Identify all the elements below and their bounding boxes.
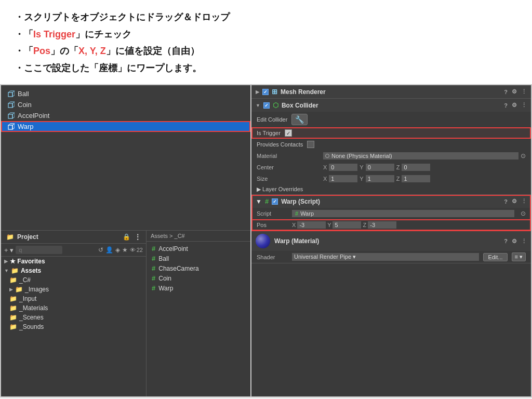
edit-collider-button[interactable]: 🔧 <box>291 114 308 125</box>
size-label: Size <box>257 176 319 182</box>
box-collider-question[interactable]: ? <box>504 102 508 109</box>
images-label: _Images <box>25 286 49 293</box>
accelpoint-cube-icon <box>7 112 15 119</box>
asset-item-ball[interactable]: # Ball <box>147 254 250 263</box>
instruction-line2-suffix: 」にチェック <box>75 29 131 39</box>
hierarchy-item-warp[interactable]: Warp <box>1 121 250 132</box>
mesh-renderer-check[interactable]: ✓ <box>262 89 269 95</box>
mesh-renderer-settings[interactable]: ⚙ <box>512 88 517 95</box>
favorites-item[interactable]: ▶ ★ Favorites <box>1 257 146 266</box>
search-input[interactable] <box>16 246 62 254</box>
is-trigger-checkbox[interactable]: ✓ <box>285 129 292 137</box>
is-trigger-row: Is Trigger ✓ <box>251 127 531 139</box>
size-x-input[interactable] <box>329 175 357 182</box>
instruction-line2: ・「Is Trigger」にチェック <box>15 26 517 43</box>
box-collider-arrow[interactable]: ▼ <box>256 103 260 108</box>
warp-checkbox[interactable]: ✓ <box>272 198 278 205</box>
asset-accelpoint-label: AccelPoint <box>158 245 188 252</box>
asset-item-accelpoint[interactable]: # AccelPoint <box>147 244 250 254</box>
center-y-input[interactable] <box>366 164 394 171</box>
project-menu-icon[interactable]: ⋮ <box>135 233 141 241</box>
material-target-icon[interactable]: ⊙ <box>521 152 526 159</box>
script-target-icon[interactable]: ⊙ <box>521 210 526 217</box>
instruction-line3-highlight2: X, Y, Z <box>78 46 106 56</box>
hierarchy-item-ball[interactable]: Ball <box>1 88 250 99</box>
tree-csharp[interactable]: 📁 _C# <box>1 275 146 285</box>
favorites-label: ★ Favorites <box>10 258 45 265</box>
filter-icon[interactable]: ◈ <box>115 246 120 254</box>
script-label: Script <box>257 210 288 217</box>
box-collider-header-right: ? ⚙ ⋮ <box>504 102 527 109</box>
box-collider-checkbox[interactable]: ✓ <box>263 102 270 109</box>
warp-cube-icon <box>7 123 15 130</box>
size-z-input[interactable] <box>402 175 430 182</box>
material-section: Warp (Material) ? ⚙ ⋮ Shader Universal R… <box>251 231 531 263</box>
mesh-renderer-section: ▶ ✓ ⊞ Mesh Renderer ? ⚙ ⋮ <box>251 85 531 99</box>
asset-item-chasecamera[interactable]: # ChaseCamera <box>147 263 250 273</box>
pos-y-input[interactable] <box>332 221 361 229</box>
warp-menu[interactable]: ⋮ <box>521 198 527 205</box>
warp-question[interactable]: ? <box>504 198 508 205</box>
material-title: Warp (Material) <box>274 237 319 245</box>
hierarchy-item-warp-label: Warp <box>18 123 34 130</box>
material-menu[interactable]: ⋮ <box>521 238 527 245</box>
warp-arrow[interactable]: ▼ <box>256 198 262 205</box>
tree-sounds[interactable]: 📁 _Sounds <box>1 322 146 331</box>
folder-icon: 📁 <box>6 233 14 241</box>
assets-item[interactable]: ▼ 📁 Assets <box>1 266 146 275</box>
mesh-renderer-arrow[interactable]: ▶ <box>256 89 259 95</box>
tree-input[interactable]: 📁 _Input <box>1 294 146 303</box>
pos-values: X Y Z <box>292 221 396 229</box>
pos-z-input[interactable] <box>368 221 396 229</box>
assets-panel: Assets > _C# # AccelPoint # Ball # Chase… <box>147 231 250 396</box>
material-question[interactable]: ? <box>504 238 508 244</box>
asset-item-warp[interactable]: # Warp <box>147 283 250 293</box>
svg-rect-9 <box>8 125 12 129</box>
layer-overrides-row[interactable]: ▶ Layer Overrides <box>251 184 531 194</box>
shader-list-button[interactable]: ≡ ▾ <box>512 252 526 261</box>
material-label: Material <box>257 153 319 159</box>
shader-select[interactable]: Universal Render Pipe ▾ <box>292 253 479 261</box>
mesh-renderer-menu[interactable]: ⋮ <box>521 88 527 95</box>
chasecamera-hash-icon: # <box>152 264 155 272</box>
instruction-line3-prefix: ・「 <box>15 46 33 56</box>
material-settings[interactable]: ⚙ <box>512 238 517 245</box>
material-sphere-preview <box>256 234 270 248</box>
lock-icon[interactable]: 🔒 <box>123 233 130 241</box>
asset-chasecamera-label: ChaseCamera <box>158 265 198 272</box>
mesh-renderer-checkbox[interactable]: ✓ <box>262 89 269 95</box>
mesh-renderer-question[interactable]: ? <box>504 89 508 95</box>
mesh-renderer-header: ▶ ✓ ⊞ Mesh Renderer ? ⚙ ⋮ <box>251 85 531 98</box>
provides-contacts-checkbox[interactable] <box>307 141 314 148</box>
hierarchy-item-coin-label: Coin <box>18 101 32 109</box>
person-icon[interactable]: 👤 <box>105 246 113 254</box>
csharp-label: _C# <box>19 276 31 284</box>
hierarchy-item-coin[interactable]: Coin <box>1 99 250 110</box>
box-collider-menu[interactable]: ⋮ <box>521 102 527 109</box>
script-field[interactable]: # Warp <box>292 210 514 217</box>
eye-count: 👁 22 <box>130 247 143 253</box>
pos-x-input[interactable] <box>297 221 326 229</box>
sounds-label: _Sounds <box>19 323 44 330</box>
project-tree: ▶ ★ Favorites ▼ 📁 Assets 📁 _C# ▶ 📁 <box>1 257 146 396</box>
asset-item-coin[interactable]: # Coin <box>147 273 250 283</box>
tree-images[interactable]: ▶ 📁 _Images <box>1 285 146 294</box>
instruction-line3-highlight1: Pos <box>33 46 50 56</box>
shader-edit-button[interactable]: Edit... <box>483 253 507 261</box>
add-button[interactable]: + ▾ <box>4 246 14 254</box>
warp-settings[interactable]: ⚙ <box>512 198 517 205</box>
scenes-label: _Scenes <box>19 314 44 321</box>
material-field[interactable]: None (Physics Material) <box>323 152 518 159</box>
center-z-input[interactable] <box>402 164 430 171</box>
tree-scenes[interactable]: 📁 _Scenes <box>1 313 146 322</box>
center-x-input[interactable] <box>329 164 357 171</box>
refresh-icon[interactable]: ↺ <box>98 246 103 254</box>
size-y-input[interactable] <box>366 175 394 182</box>
accelpoint-hash-icon: # <box>152 245 155 252</box>
asset-ball-label: Ball <box>158 255 169 262</box>
box-collider-settings[interactable]: ⚙ <box>512 102 517 109</box>
star-icon[interactable]: ★ <box>122 246 128 254</box>
hierarchy-item-ball-label: Ball <box>18 90 29 98</box>
hierarchy-item-accelpoint[interactable]: AccelPoint <box>1 110 250 121</box>
tree-materials[interactable]: 📁 _Materials <box>1 303 146 313</box>
